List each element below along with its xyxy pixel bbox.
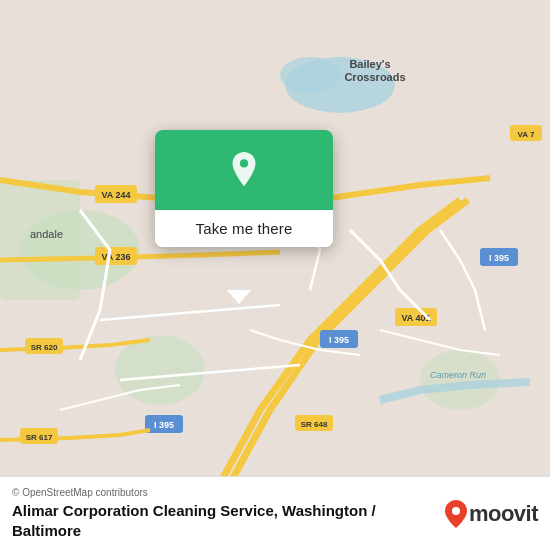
svg-point-33 — [240, 159, 248, 167]
svg-text:SR 617: SR 617 — [26, 433, 53, 442]
popup-card: Take me there — [155, 130, 333, 247]
svg-text:Bailey's: Bailey's — [349, 58, 390, 70]
location-pin-icon — [226, 152, 262, 188]
svg-point-3 — [115, 335, 205, 405]
svg-text:I 395: I 395 — [489, 253, 509, 263]
bottom-info: © OpenStreetMap contributors Alimar Corp… — [12, 487, 433, 540]
popup-arrow — [227, 290, 251, 304]
bottom-bar: © OpenStreetMap contributors Alimar Corp… — [0, 476, 550, 550]
svg-text:Cameron Run: Cameron Run — [430, 370, 486, 380]
svg-text:VA 7: VA 7 — [518, 130, 535, 139]
svg-point-34 — [452, 507, 460, 515]
place-name: Alimar Corporation Cleaning Service, Was… — [12, 501, 433, 540]
svg-text:Crossroads: Crossroads — [344, 71, 405, 83]
svg-text:andale: andale — [30, 228, 63, 240]
svg-text:VA 236: VA 236 — [101, 252, 130, 262]
take-me-there-button[interactable]: Take me there — [155, 210, 333, 247]
map-container: I 395 I 395 VA 244 VA 236 VA 401 SR 620 … — [0, 0, 550, 550]
svg-text:I 395: I 395 — [154, 420, 174, 430]
moovit-pin-icon — [445, 500, 467, 528]
popup-header — [155, 130, 333, 210]
svg-text:I 395: I 395 — [329, 335, 349, 345]
moovit-brand-text: moovit — [469, 501, 538, 527]
svg-text:SR 648: SR 648 — [301, 420, 328, 429]
map-attribution: © OpenStreetMap contributors — [12, 487, 433, 498]
map-svg: I 395 I 395 VA 244 VA 236 VA 401 SR 620 … — [0, 0, 550, 550]
svg-text:SR 620: SR 620 — [31, 343, 58, 352]
svg-rect-5 — [0, 180, 80, 300]
svg-point-4 — [420, 350, 500, 410]
svg-text:VA 244: VA 244 — [101, 190, 130, 200]
svg-point-1 — [280, 57, 340, 93]
moovit-logo: moovit — [445, 500, 538, 528]
